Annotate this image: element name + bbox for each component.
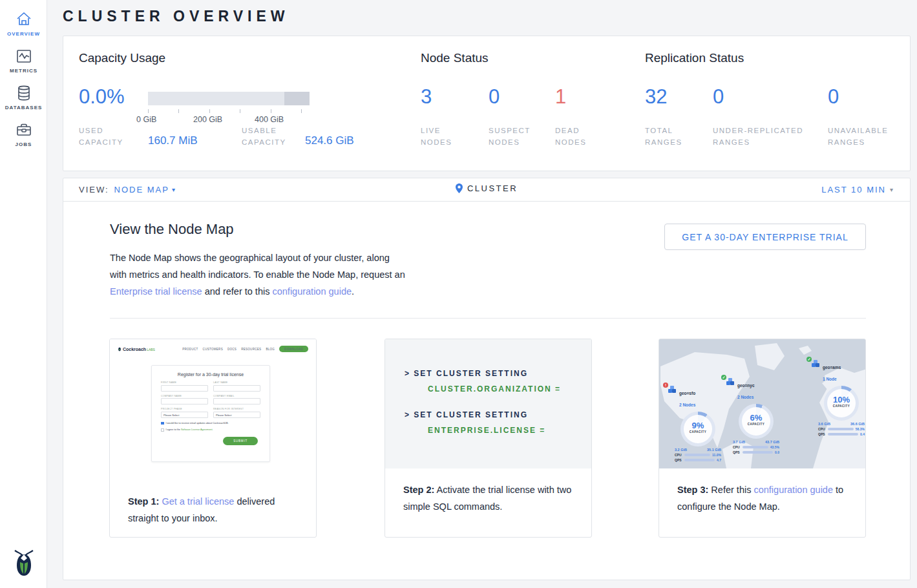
configuration-guide-link[interactable]: configuration guide: [754, 485, 833, 495]
map-pin-icon: [456, 184, 463, 193]
node-status-title: Node Status: [421, 51, 489, 65]
enterprise-trial-button[interactable]: GET A 30-DAY ENTERPRISE TRIAL: [664, 224, 866, 250]
total-ranges-label: TOTAL RANGES: [645, 125, 697, 148]
qps-row: QPS4.7: [675, 458, 721, 462]
checkbox-icon: [161, 428, 164, 432]
node-map-panel: VIEW:NODE MAP▾ CLUSTER LAST 10 MIN▾ View…: [63, 178, 911, 580]
code-block: > SET CLUSTER SETTING ENTERPRISE.LICENSE…: [405, 410, 591, 435]
divider: [110, 318, 866, 319]
sidebar-item-label: DATABASES: [0, 105, 47, 110]
thumbnail-submit-button: SUBMIT: [223, 437, 258, 445]
suspect-nodes-value: 0: [489, 85, 500, 109]
thumbnail-nav-item: BLOG: [266, 348, 275, 351]
sql-commands-preview: > SET CLUSTER SETTING CLUSTER.ORGANIZATI…: [385, 339, 591, 468]
capacity-axis-tick: [240, 109, 240, 113]
thumbnail-checkbox-text: I agree to the Software License Agreemen…: [166, 428, 213, 431]
code-value: ENTERPRISE.LICENSE =: [428, 426, 591, 435]
thumbnail-field: COMPANY NAME: [161, 395, 208, 405]
thumbnail-field: PROJECT PHASEPlease Select: [161, 408, 208, 418]
trial-registration-thumbnail: CockroachLABS PRODUCT CUSTOMERS DOCS RES…: [110, 339, 316, 480]
capacity-percent: 6%: [742, 413, 770, 423]
node-count: 2 Nodes: [679, 403, 695, 407]
map-node-ams: ✓ geo=ams 1 Node 10%: [812, 360, 865, 436]
capacity-label: CAPACITY: [742, 423, 770, 426]
thumbnail-logo-suffix: LABS: [147, 348, 155, 352]
usable-capacity-value: 524.6 GiB: [305, 134, 354, 147]
unavailable-ranges-label: UNAVAILABLE RANGES: [828, 125, 899, 148]
thumbnail-logo: CockroachLABS: [118, 346, 155, 352]
step1-caption: Step 1: Get a trial license delivered st…: [110, 480, 316, 527]
description-text: .: [352, 286, 354, 297]
thumbnail-field: REASON FOR INTERESTPlease Select: [213, 408, 260, 418]
sidebar-item-label: OVERVIEW: [0, 31, 47, 37]
qps-row: QPS0.4: [818, 432, 865, 436]
chevron-down-icon: ▾: [890, 186, 894, 193]
step-number: Step 3:: [677, 485, 708, 495]
step1-card: CockroachLABS PRODUCT CUSTOMERS DOCS RES…: [109, 339, 317, 538]
metrics-icon: [0, 48, 47, 65]
replication-status-title: Replication Status: [645, 51, 744, 65]
thumbnail-field: COMPANY EMAIL: [213, 395, 260, 405]
cpu-row: CPU11.0%: [675, 453, 721, 457]
node-count: 2 Nodes: [737, 395, 754, 399]
cluster-overview-page: OVERVIEW METRICS DATABASES: [0, 0, 917, 588]
cockroach-labs-logo-icon: [0, 548, 47, 580]
step-number: Step 1:: [128, 496, 159, 507]
capacity-percent: 9%: [684, 421, 712, 430]
step2-caption: Step 2: Activate the trial license with …: [385, 468, 591, 515]
thumbnail-checkbox-text: I would like to receive email updates ab…: [166, 422, 229, 425]
suspect-nodes-label: SUSPECT NODES: [489, 125, 540, 148]
capacity-axis-label: 400 GiB: [255, 115, 284, 124]
sidebar-item-metrics[interactable]: METRICS: [0, 37, 47, 74]
time-range-selector[interactable]: LAST 10 MIN▾: [821, 185, 894, 194]
sidebar-item-databases[interactable]: DATABASES: [0, 74, 47, 110]
thumbnail-checkbox-row: I agree to the Software License Agreemen…: [161, 428, 260, 432]
thumbnail-nav-item: RESOURCES: [241, 348, 261, 351]
capacity-axis-tick: [209, 109, 210, 113]
node-name: geo=nyc: [737, 383, 755, 388]
code-prompt: > SET CLUSTER SETTING: [405, 369, 591, 378]
enterprise-trial-license-link[interactable]: Enterprise trial license: [110, 286, 202, 297]
thumbnail-logo-text: Cockroach: [123, 347, 146, 352]
capacity-range: 3.7 GiB43.7 GiB: [733, 440, 779, 444]
used-capacity-label: USED CAPACITY: [79, 125, 137, 148]
thumbnail-nav-item: PRODUCT: [182, 348, 198, 351]
capacity-percent: 0.0%: [79, 85, 125, 109]
cpu-row: CPU58.3%: [818, 427, 865, 431]
thumbnail-nav-items: PRODUCT CUSTOMERS DOCS RESOURCES BLOG DO…: [182, 346, 308, 352]
home-icon: [0, 11, 47, 28]
get-trial-license-link[interactable]: Get a trial license: [162, 496, 234, 507]
configuration-guide-link[interactable]: configuration guide: [272, 286, 352, 297]
map-node-sfo: ! geo=sfo 2 Nodes 9%: [668, 386, 728, 462]
capacity-axis-tick: [178, 109, 179, 113]
capacity-range: 3.6 GiB36.6 GiB: [818, 422, 865, 426]
breadcrumb[interactable]: CLUSTER: [63, 184, 910, 193]
dead-nodes-label: DEAD NODES: [555, 125, 607, 148]
capacity-axis-tick: [148, 109, 149, 113]
sidebar-item-label: JOBS: [0, 142, 47, 147]
step3-card: ! geo=sfo 2 Nodes 9%: [659, 339, 866, 538]
capacity-bar: [148, 92, 310, 105]
node-map-preview: ! geo=sfo 2 Nodes 9%: [659, 339, 865, 468]
view-bar: VIEW:NODE MAP▾ CLUSTER LAST 10 MIN▾: [63, 178, 910, 202]
node-header: ✓ geo=ams 1 Node: [812, 360, 865, 383]
sidebar-item-overview[interactable]: OVERVIEW: [0, 0, 47, 37]
thumbnail-nav-item: CUSTOMERS: [203, 348, 223, 351]
map-node-nyc: ✓ geo=nyc 2 Nodes 6%: [726, 378, 786, 454]
capacity-axis-label: 0 GiB: [136, 115, 156, 124]
thumbnail-register-form: Register for a 30-day trial license FIRS…: [151, 365, 270, 462]
under-replicated-ranges-label: UNDER-REPLICATED RANGES: [713, 125, 819, 148]
step3-caption: Step 3: Refer this configuration guide t…: [659, 468, 865, 515]
sidebar-item-jobs[interactable]: JOBS: [0, 110, 47, 147]
thumbnail-checkbox-row: I would like to receive email updates ab…: [161, 422, 260, 425]
capacity-label: CAPACITY: [684, 430, 712, 434]
breadcrumb-label: CLUSTER: [467, 184, 518, 193]
thumbnail-form-grid: FIRST NAME LAST NAME COMPANY NAME COMPAN…: [161, 381, 260, 418]
code-prompt: > SET CLUSTER SETTING: [405, 410, 591, 419]
page-title: CLUSTER OVERVIEW: [63, 8, 290, 25]
used-capacity-value: 160.7 MiB: [148, 134, 198, 147]
node-map-description: The Node Map shows the geographical layo…: [110, 249, 408, 300]
code-value: CLUSTER.ORGANIZATION =: [428, 384, 591, 394]
time-range-value: LAST 10 MIN: [821, 185, 886, 194]
capacity-axis-label: 200 GiB: [193, 115, 222, 124]
